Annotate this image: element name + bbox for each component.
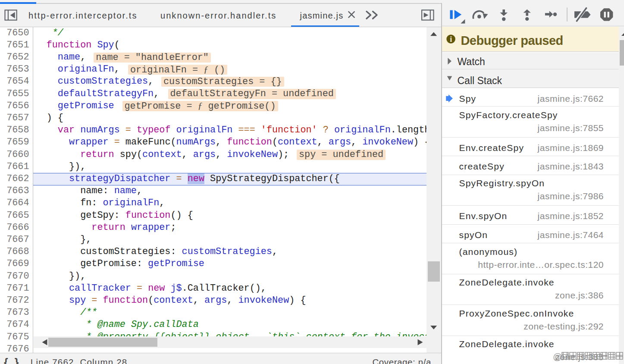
svg-text:i: i	[450, 35, 452, 44]
svg-text:@: @	[553, 351, 562, 361]
